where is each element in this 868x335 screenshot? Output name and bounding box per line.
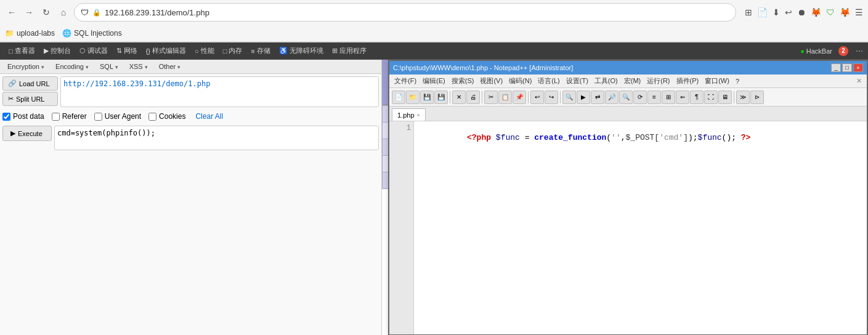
url-input[interactable]: http://192.168.239.131/demo/1.php bbox=[60, 76, 379, 107]
post-data-checkbox[interactable] bbox=[2, 113, 10, 121]
devtools-hackbar[interactable]: ● HackBar bbox=[797, 46, 836, 56]
notepad-menu-macro[interactable]: 宏(M) bbox=[622, 76, 644, 86]
notepad-extra1-button[interactable]: ≫ bbox=[736, 91, 750, 104]
load-url-button[interactable]: 🔗 Load URL bbox=[2, 76, 58, 91]
notepad-close-tab-button[interactable]: ✕ bbox=[452, 91, 466, 104]
other-menu[interactable]: Other ▾ bbox=[154, 61, 186, 72]
notepad-wordwrap-button[interactable]: ⇐ bbox=[676, 91, 689, 104]
accessibility-icon: ♿ bbox=[279, 47, 288, 55]
notepad-monitor-button[interactable]: 🖥 bbox=[718, 91, 732, 104]
devtools-performance[interactable]: ○ 性能 bbox=[191, 45, 218, 57]
notepad-find-button[interactable]: 🔍 bbox=[562, 91, 576, 104]
extension-icon2[interactable]: 🛡 bbox=[826, 7, 835, 17]
style-icon: {} bbox=[146, 47, 150, 55]
notepad-cut-button[interactable]: ✂ bbox=[484, 91, 498, 104]
back-button[interactable]: ← bbox=[5, 6, 18, 19]
xss-menu[interactable]: XSS ▾ bbox=[124, 61, 153, 72]
devtools-inspector[interactable]: □ 查看器 bbox=[5, 45, 39, 57]
record-icon[interactable]: ⏺ bbox=[797, 7, 806, 17]
notepad-close-button[interactable]: × bbox=[853, 63, 863, 72]
devtools-application[interactable]: ⊞ 应用程序 bbox=[328, 45, 370, 57]
notepad-save-all-button[interactable]: 💾 bbox=[434, 91, 448, 104]
cookies-checkbox-label[interactable]: Cookies bbox=[148, 112, 185, 121]
notepad-menu-plugins[interactable]: 插件(P) bbox=[674, 76, 702, 86]
notepad-copy-button[interactable]: 📋 bbox=[498, 91, 512, 104]
code-editor[interactable]: <?php $func = create_function('',$_POST[… bbox=[414, 121, 867, 334]
notepad-menu-view[interactable]: 视图(V) bbox=[477, 76, 505, 86]
devtools-debugger[interactable]: ⬡ 调试器 bbox=[76, 45, 112, 57]
notepad-find-next-button[interactable]: ▶ bbox=[577, 91, 590, 104]
devtools-storage[interactable]: ≡ 存储 bbox=[247, 45, 274, 57]
forward-button[interactable]: → bbox=[22, 6, 36, 19]
notepad-menu-window[interactable]: 窗口(W) bbox=[702, 76, 732, 86]
clear-all-button[interactable]: Clear All bbox=[195, 112, 223, 121]
notepad-redo-button[interactable]: ↪ bbox=[545, 91, 558, 104]
qr-icon[interactable]: ⊞ bbox=[745, 7, 752, 17]
post-data-input[interactable]: cmd=system(phpinfo()); bbox=[54, 126, 379, 150]
notepad-maximize-button[interactable]: □ bbox=[842, 63, 852, 72]
notepad-undo-button[interactable]: ↩ bbox=[530, 91, 544, 104]
notepad-menu-tools[interactable]: 工具(O) bbox=[592, 76, 620, 86]
notepad-sync-button[interactable]: ⟳ bbox=[633, 91, 647, 104]
notepad-menu-help[interactable]: ? bbox=[733, 77, 742, 86]
notepad-indent2-button[interactable]: ⊞ bbox=[662, 91, 675, 104]
encryption-menu[interactable]: Encryption ▾ bbox=[2, 61, 49, 72]
menu-icon[interactable]: ☰ bbox=[855, 7, 863, 17]
notepad-minimize-button[interactable]: _ bbox=[831, 63, 841, 72]
referer-checkbox[interactable] bbox=[52, 113, 60, 121]
download-icon[interactable]: ⬇ bbox=[773, 7, 780, 17]
notepad-open-button[interactable]: 📁 bbox=[406, 91, 420, 104]
refresh-button[interactable]: ↻ bbox=[39, 6, 53, 19]
url-display[interactable]: 192.168.239.131/demo/1.php bbox=[105, 8, 209, 17]
extension-icon1[interactable]: 🦊 bbox=[811, 7, 821, 17]
notepad-menu-edit[interactable]: 编辑(E) bbox=[420, 76, 448, 86]
bookmark-globe-icon: 🌐 bbox=[62, 29, 71, 38]
notepad-menu-run[interactable]: 运行(R) bbox=[644, 76, 672, 86]
notepad-print-button[interactable]: 🖨 bbox=[466, 91, 480, 104]
address-bar[interactable]: 🛡 🔒 192.168.239.131/demo/1.php bbox=[74, 3, 736, 22]
php-panel: PHP Version 5.4.45 php System Windows NT… bbox=[382, 60, 868, 335]
notepad-tab-1php[interactable]: 1.php × bbox=[392, 108, 426, 121]
user-agent-checkbox-label[interactable]: User Agent bbox=[94, 112, 141, 121]
notepad-symbolview-button[interactable]: ¶ bbox=[690, 91, 704, 104]
notepad-indent-button[interactable]: ≡ bbox=[647, 91, 661, 104]
notepad-zoom-in-button[interactable]: 🔎 bbox=[605, 91, 619, 104]
notepad-menu-file[interactable]: 文件(F) bbox=[392, 76, 419, 86]
notepad-fullscreen-button[interactable]: ⛶ bbox=[704, 91, 718, 104]
bookmark-sql-injections[interactable]: 🌐 SQL Injections bbox=[62, 29, 122, 38]
encoding-menu[interactable]: Encoding ▾ bbox=[51, 61, 94, 72]
more-icon[interactable]: ⋯ bbox=[856, 47, 863, 55]
notepad-zoom-out-button[interactable]: 🔍 bbox=[619, 91, 633, 104]
notepad-save-button[interactable]: 💾 bbox=[420, 91, 434, 104]
notepad-replace-button[interactable]: ⇄ bbox=[591, 91, 604, 104]
notepad-menu-x[interactable]: ✕ bbox=[854, 76, 864, 86]
notepad-menu-language[interactable]: 语言(L) bbox=[535, 76, 562, 86]
bookmark-upload-labs[interactable]: 📁 upload-labs bbox=[5, 29, 55, 38]
referer-checkbox-label[interactable]: Referer bbox=[52, 112, 87, 121]
notepad-menu-settings[interactable]: 设置(T) bbox=[564, 76, 591, 86]
split-url-button[interactable]: ✂ Split URL bbox=[2, 92, 58, 106]
devtools-network[interactable]: ⇅ 网络 bbox=[113, 45, 141, 57]
reader-icon[interactable]: 📄 bbox=[757, 7, 768, 17]
extension-icon3[interactable]: 🦊 bbox=[840, 7, 850, 17]
back-list-icon[interactable]: ↩ bbox=[785, 7, 792, 17]
notepad-extra2-button[interactable]: ⊳ bbox=[750, 91, 764, 104]
sql-menu[interactable]: SQL ▾ bbox=[95, 61, 123, 72]
user-agent-checkbox[interactable] bbox=[94, 113, 102, 121]
notepad-tab-close-icon[interactable]: × bbox=[417, 112, 420, 118]
notepad-new-button[interactable]: 📄 bbox=[392, 91, 405, 104]
other-arrow-icon: ▾ bbox=[177, 64, 180, 70]
devtools-memory[interactable]: □ 内存 bbox=[219, 45, 246, 57]
notepad-menu-encoding[interactable]: 编码(N) bbox=[506, 76, 534, 86]
line-number: 1 bbox=[392, 124, 411, 132]
execute-button[interactable]: ▶ Execute bbox=[2, 126, 52, 141]
split-url-icon: ✂ bbox=[8, 95, 14, 103]
home-button[interactable]: ⌂ bbox=[57, 6, 70, 19]
devtools-console[interactable]: ▶ 控制台 bbox=[40, 45, 75, 57]
notepad-paste-button[interactable]: 📌 bbox=[513, 91, 526, 104]
notepad-menu-search[interactable]: 搜索(S) bbox=[449, 76, 477, 86]
devtools-accessibility[interactable]: ♿ 无障碍环境 bbox=[275, 45, 327, 57]
devtools-style-editor[interactable]: {} 样式编辑器 bbox=[142, 45, 190, 57]
post-data-checkbox-label[interactable]: Post data bbox=[2, 112, 44, 121]
cookies-checkbox[interactable] bbox=[148, 113, 156, 121]
